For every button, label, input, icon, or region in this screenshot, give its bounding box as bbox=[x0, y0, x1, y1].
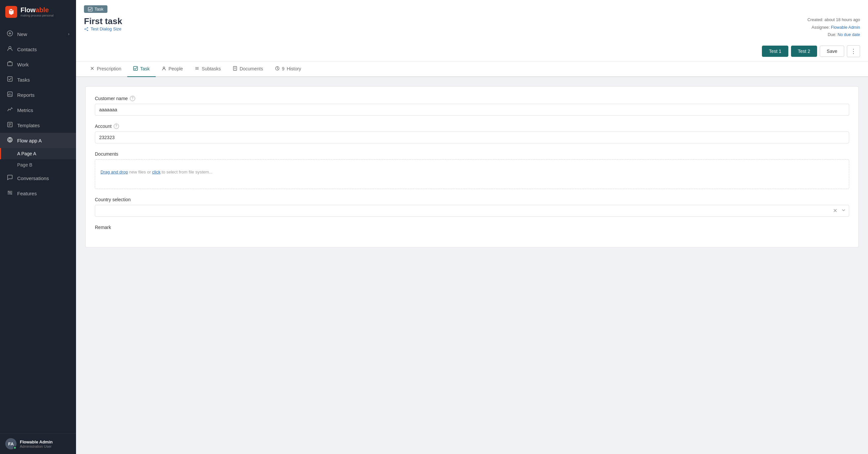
user-footer[interactable]: FA Flowable Admin Administration User bbox=[0, 433, 76, 454]
country-select-wrapper: ✕ bbox=[95, 205, 849, 217]
svg-rect-4 bbox=[8, 62, 12, 66]
badge-label: Task bbox=[95, 7, 103, 11]
reports-icon bbox=[7, 91, 13, 98]
account-help-icon[interactable]: ? bbox=[114, 124, 119, 129]
tab-label: History bbox=[287, 66, 302, 71]
form-card: Customer name ? Account ? Documents Drag… bbox=[85, 86, 859, 248]
customer-name-label: Customer name ? bbox=[95, 96, 849, 101]
tab-badge-label: 9 bbox=[282, 66, 285, 71]
more-options-button[interactable]: ⋮ bbox=[847, 45, 860, 57]
tab-label: Subtasks bbox=[202, 66, 221, 71]
tab-people[interactable]: People bbox=[156, 61, 189, 77]
chevron-down-icon[interactable] bbox=[841, 208, 846, 214]
sidebar-subitem-page-a[interactable]: A Page A bbox=[0, 148, 76, 159]
created-value: about 18 hours ago bbox=[825, 18, 860, 22]
work-icon bbox=[7, 61, 13, 68]
tab-label: Documents bbox=[240, 66, 263, 71]
task-assignee: Assignee: Flowable Admin bbox=[807, 24, 860, 31]
metrics-icon bbox=[7, 106, 13, 114]
test2-button[interactable]: Test 2 bbox=[791, 45, 817, 57]
sidebar-item-label: New bbox=[17, 31, 27, 37]
subtasks-icon bbox=[195, 66, 199, 72]
sidebar-item-label: Work bbox=[17, 62, 29, 67]
task-due: Due: No due date bbox=[807, 31, 860, 39]
user-avatar: FA bbox=[5, 438, 17, 449]
drag-drop-text[interactable]: Drag and drop bbox=[100, 169, 128, 174]
svg-rect-5 bbox=[8, 77, 12, 81]
customer-name-help-icon[interactable]: ? bbox=[130, 96, 135, 101]
task-created: Created: about 18 hours ago bbox=[807, 16, 860, 24]
svg-point-33 bbox=[163, 67, 165, 68]
task-type-badge: Task bbox=[84, 5, 107, 13]
svg-point-26 bbox=[87, 27, 88, 28]
customer-name-group: Customer name ? bbox=[95, 96, 849, 116]
tab-documents[interactable]: Documents bbox=[227, 61, 269, 77]
svg-rect-24 bbox=[88, 7, 92, 11]
task-title-row: First task Test Dialog Size Created: abo… bbox=[84, 16, 860, 39]
app-logo[interactable]: Flowable making process personal bbox=[0, 0, 76, 24]
created-label: Created: bbox=[807, 18, 824, 22]
tab-prescription[interactable]: Prescription bbox=[84, 61, 127, 77]
flow-app-icon bbox=[7, 137, 13, 144]
main-content: Task First task Test Dialog Size Created… bbox=[76, 0, 868, 454]
sidebar-item-label: Flow app A bbox=[17, 138, 42, 143]
sidebar-item-templates[interactable]: Templates bbox=[0, 118, 76, 133]
documents-icon bbox=[233, 66, 237, 72]
assignee-label: Assignee: bbox=[811, 25, 830, 30]
history-icon bbox=[275, 66, 280, 72]
sidebar-item-contacts[interactable]: Contacts bbox=[0, 42, 76, 57]
select-clear-icon[interactable]: ✕ bbox=[833, 207, 837, 214]
sidebar-item-label: Tasks bbox=[17, 77, 30, 83]
sidebar-item-label: Reports bbox=[17, 92, 35, 98]
assignee-link[interactable]: Flowable Admin bbox=[831, 25, 860, 30]
task-tab-icon bbox=[133, 66, 138, 72]
country-select-input[interactable] bbox=[95, 205, 849, 217]
sidebar-item-metrics[interactable]: Metrics bbox=[0, 102, 76, 118]
prescription-icon bbox=[90, 66, 95, 72]
customer-name-input[interactable] bbox=[95, 104, 849, 116]
due-link[interactable]: No due date bbox=[838, 32, 860, 37]
sidebar-item-conversations[interactable]: Conversations bbox=[0, 170, 76, 186]
documents-dropzone[interactable]: Drag and drop new files or click to sele… bbox=[95, 159, 849, 189]
task-actions-bar: Test 1 Test 2 Save ⋮ bbox=[84, 41, 860, 61]
svg-point-23 bbox=[11, 194, 12, 195]
tab-history[interactable]: 9 History bbox=[269, 61, 307, 77]
svg-point-25 bbox=[85, 28, 86, 29]
test1-button[interactable]: Test 1 bbox=[762, 45, 788, 57]
svg-point-27 bbox=[87, 30, 88, 31]
conversations-icon bbox=[7, 174, 13, 182]
sidebar-item-features[interactable]: Features bbox=[0, 186, 76, 201]
tasks-icon bbox=[7, 76, 13, 83]
features-icon bbox=[7, 190, 13, 197]
or-text: new files or bbox=[129, 169, 152, 174]
user-info: Flowable Admin Administration User bbox=[20, 440, 53, 448]
sidebar-item-work[interactable]: Work bbox=[0, 57, 76, 72]
sidebar-item-label: Contacts bbox=[17, 46, 37, 52]
sidebar-item-new[interactable]: New › bbox=[0, 26, 76, 42]
save-button[interactable]: Save bbox=[820, 45, 844, 57]
task-header: Task First task Test Dialog Size Created… bbox=[76, 0, 868, 61]
sidebar-subitem-page-b[interactable]: Page B bbox=[0, 159, 76, 170]
tab-label: Task bbox=[140, 66, 150, 71]
account-input[interactable] bbox=[95, 131, 849, 143]
plus-circle-icon bbox=[7, 30, 13, 38]
task-process-link[interactable]: Test Dialog Size bbox=[84, 26, 122, 31]
svg-line-29 bbox=[86, 29, 87, 30]
more-dots-icon: ⋮ bbox=[850, 47, 857, 55]
sidebar-subitem-label: A Page A bbox=[17, 151, 36, 156]
online-badge bbox=[13, 446, 17, 449]
click-link[interactable]: click bbox=[152, 169, 160, 174]
svg-rect-32 bbox=[133, 66, 137, 70]
task-title-section: First task Test Dialog Size bbox=[84, 16, 122, 34]
remark-group: Remark bbox=[95, 225, 849, 230]
sidebar-item-tasks[interactable]: Tasks bbox=[0, 72, 76, 87]
templates-icon bbox=[7, 122, 13, 129]
rest-text: to select from file system... bbox=[162, 169, 213, 174]
sidebar-item-reports[interactable]: Reports bbox=[0, 87, 76, 102]
sidebar-item-flow-app[interactable]: Flow app A bbox=[0, 133, 76, 148]
sidebar: Flowable making process personal New › C… bbox=[0, 0, 76, 454]
sidebar-subitem-label: Page B bbox=[17, 162, 32, 167]
tab-subtasks[interactable]: Subtasks bbox=[189, 61, 227, 77]
tab-task[interactable]: Task bbox=[127, 61, 156, 77]
logo-text: Flowable making process personal bbox=[21, 7, 54, 17]
